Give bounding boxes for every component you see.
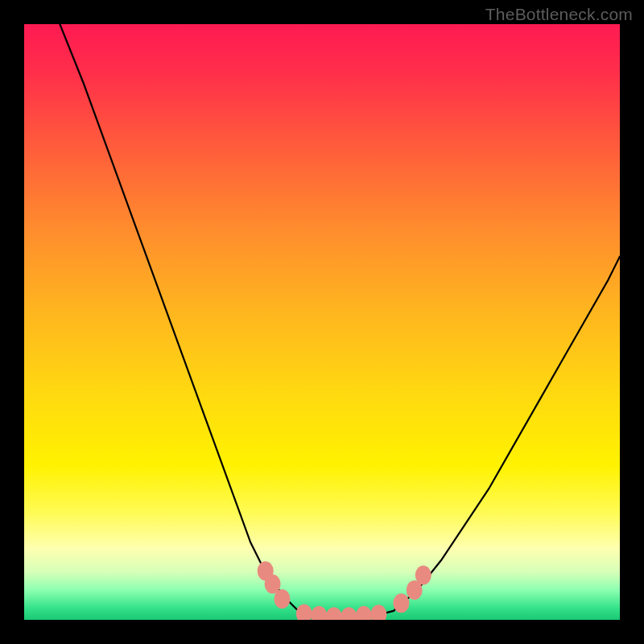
plot-area bbox=[24, 24, 620, 620]
marker-floor-1 bbox=[296, 605, 312, 620]
curve-layer bbox=[24, 24, 620, 620]
bottleneck-curve bbox=[60, 24, 620, 617]
watermark-text: TheBottleneck.com bbox=[485, 5, 633, 24]
marker-floor-4 bbox=[341, 607, 357, 620]
marker-right-lower bbox=[393, 593, 409, 613]
marker-left-lower bbox=[274, 589, 290, 609]
marker-right-upper-2 bbox=[415, 566, 431, 585]
marker-floor-2 bbox=[311, 606, 327, 620]
marker-floor-6 bbox=[370, 605, 386, 620]
marker-floor-5 bbox=[356, 606, 372, 620]
chart-frame: TheBottleneck.com bbox=[0, 0, 644, 644]
marker-floor-3 bbox=[326, 607, 342, 620]
